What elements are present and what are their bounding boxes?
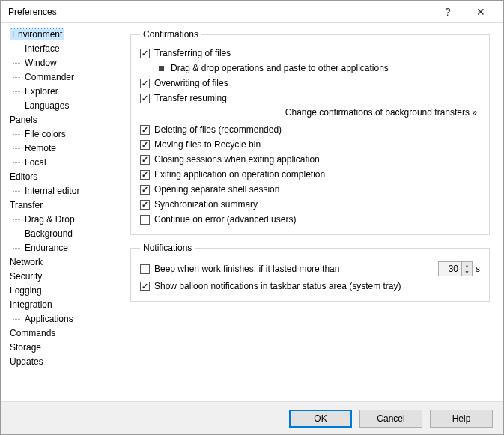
chk-closing[interactable] <box>140 155 150 165</box>
chk-continue-err[interactable] <box>140 215 150 225</box>
ok-button[interactable]: OK <box>289 410 352 428</box>
link-change-bg[interactable]: Change confirmations of background trans… <box>140 106 480 122</box>
row-recycle: Moving files to Recycle bin <box>140 137 480 152</box>
tree-languages[interactable]: Languages <box>8 99 121 113</box>
tree-commander[interactable]: Commander <box>8 70 121 85</box>
row-shell: Opening separate shell session <box>140 182 480 197</box>
tree-integration[interactable]: Integration <box>8 298 121 312</box>
row-transferring: Transferring of files <box>140 46 480 61</box>
row-sync: Synchronization summary <box>140 197 480 212</box>
tree-storage[interactable]: Storage <box>8 341 121 355</box>
lbl-recycle[interactable]: Moving files to Recycle bin <box>154 139 261 150</box>
tree-panels[interactable]: Panels <box>8 113 121 127</box>
row-overwriting: Overwriting of files <box>140 76 480 91</box>
tree-background[interactable]: Background <box>8 227 121 241</box>
confirmations-group: Confirmations Transferring of files Drag… <box>130 29 490 235</box>
titlebar: Preferences ? ✕ <box>1 1 503 23</box>
tree-logging[interactable]: Logging <box>8 284 121 298</box>
tree-file-colors[interactable]: File colors <box>8 127 121 142</box>
chk-balloon[interactable] <box>140 282 150 291</box>
lbl-beep[interactable]: Beep when work finishes, if it lasted mo… <box>154 264 339 274</box>
chk-shell[interactable] <box>140 185 150 195</box>
row-closing: Closing sessions when exiting applicatio… <box>140 152 480 167</box>
button-bar: OK Cancel Help <box>1 401 503 434</box>
close-icon[interactable]: ✕ <box>464 1 497 22</box>
settings-panel: Confirmations Transferring of files Drag… <box>124 23 503 401</box>
lbl-closing[interactable]: Closing sessions when exiting applicatio… <box>154 154 320 165</box>
tree-endurance[interactable]: Endurance <box>8 241 121 255</box>
lbl-sync[interactable]: Synchronization summary <box>154 199 258 210</box>
tree-network[interactable]: Network <box>8 255 121 270</box>
chk-recycle[interactable] <box>140 140 150 150</box>
confirmations-legend: Confirmations <box>140 29 201 40</box>
tree-transfer[interactable]: Transfer <box>8 198 121 213</box>
chk-beep[interactable] <box>140 264 150 274</box>
window-title: Preferences <box>8 7 431 17</box>
tree-commands[interactable]: Commands <box>8 326 121 341</box>
row-drag-paste: Drag & drop operations and paste to othe… <box>140 61 480 76</box>
help-button[interactable]: Help <box>430 410 493 428</box>
lbl-deleting[interactable]: Deleting of files (recommended) <box>154 124 282 135</box>
chk-deleting[interactable] <box>140 125 150 135</box>
row-beep: Beep when work finishes, if it lasted mo… <box>140 259 480 279</box>
lbl-shell[interactable]: Opening separate shell session <box>154 184 279 195</box>
beep-unit: s <box>476 264 480 274</box>
lbl-balloon[interactable]: Show balloon notifications in taskbar st… <box>154 281 401 291</box>
content: Environment Interface Window Commander E… <box>1 23 503 401</box>
help-icon[interactable]: ? <box>431 1 464 22</box>
cancel-button[interactable]: Cancel <box>359 410 422 428</box>
row-exiting: Exiting application on operation complet… <box>140 167 480 182</box>
tree-editors[interactable]: Editors <box>8 170 121 184</box>
tree-remote[interactable]: Remote <box>8 142 121 156</box>
lbl-exiting[interactable]: Exiting application on operation complet… <box>154 169 325 180</box>
tree-interface[interactable]: Interface <box>8 42 121 56</box>
notifications-legend: Notifications <box>140 243 195 253</box>
lbl-overwriting[interactable]: Overwriting of files <box>154 78 228 88</box>
tree-drag-drop[interactable]: Drag & Drop <box>8 213 121 227</box>
chk-drag-paste[interactable] <box>157 64 166 73</box>
row-continue-err: Continue on error (advanced users) <box>140 212 480 227</box>
tree-window[interactable]: Window <box>8 56 121 70</box>
tree-internal-editor[interactable]: Internal editor <box>8 184 121 198</box>
chk-transferring[interactable] <box>140 49 150 58</box>
lbl-continue-err[interactable]: Continue on error (advanced users) <box>154 214 296 225</box>
chk-sync[interactable] <box>140 200 150 210</box>
lbl-resuming[interactable]: Transfer resuming <box>154 93 227 103</box>
tree-updates[interactable]: Updates <box>8 355 121 369</box>
tree-applications[interactable]: Applications <box>8 312 121 326</box>
chk-resuming[interactable] <box>140 94 150 103</box>
row-resuming: Transfer resuming <box>140 91 480 106</box>
tree-security[interactable]: Security <box>8 270 121 284</box>
tree-local[interactable]: Local <box>8 156 121 170</box>
row-balloon: Show balloon notifications in taskbar st… <box>140 279 480 293</box>
lbl-drag-paste[interactable]: Drag & drop operations and paste to othe… <box>171 63 389 73</box>
chk-exiting[interactable] <box>140 170 150 180</box>
tree-explorer[interactable]: Explorer <box>8 85 121 99</box>
beep-seconds-value: 30 <box>439 262 461 276</box>
spinner-down-icon[interactable]: ▼ <box>462 269 472 276</box>
nav-tree: Environment Interface Window Commander E… <box>1 23 124 401</box>
spinner-up-icon[interactable]: ▲ <box>462 262 472 269</box>
row-deleting: Deleting of files (recommended) <box>140 122 480 137</box>
lbl-transferring[interactable]: Transferring of files <box>154 48 231 58</box>
beep-seconds-spinner[interactable]: 30 ▲ ▼ <box>438 261 473 276</box>
notifications-group: Notifications Beep when work finishes, i… <box>130 243 490 302</box>
chk-overwriting[interactable] <box>140 79 150 88</box>
tree-environment[interactable]: Environment <box>8 28 121 42</box>
